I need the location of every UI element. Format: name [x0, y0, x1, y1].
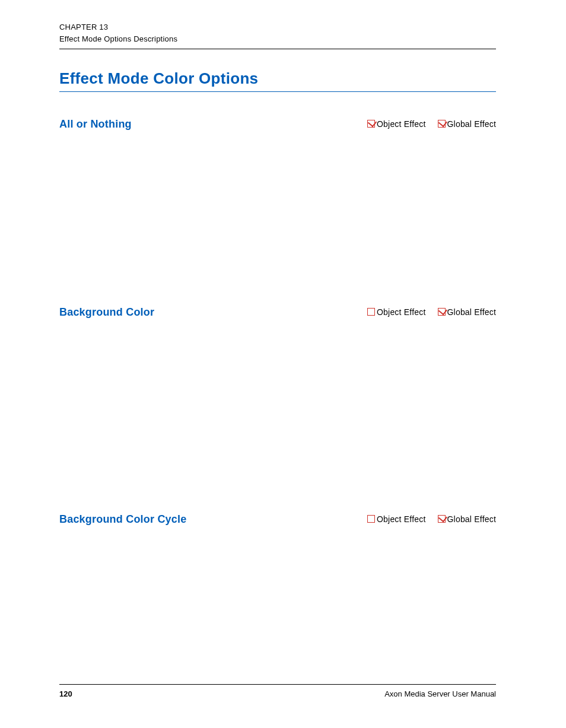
- spacer: [59, 131, 496, 282]
- effect-flags: Object Effect Global Effect: [367, 119, 496, 129]
- spacer: [59, 319, 496, 489]
- checkbox-icon: [438, 308, 446, 316]
- flag-label: Global Effect: [447, 307, 497, 317]
- checkbox-icon: [367, 515, 375, 523]
- flag-label: Object Effect: [377, 119, 426, 129]
- page-number: 120: [59, 689, 72, 698]
- section-title-underline: [59, 91, 496, 92]
- flag-label: Object Effect: [377, 307, 426, 317]
- subsection-background-color: Background Color Object Effect Global Ef…: [59, 306, 496, 319]
- subsection-title: Background Color: [59, 306, 154, 319]
- flag-label: Object Effect: [377, 514, 426, 524]
- checkbox-icon: [438, 120, 446, 128]
- page-footer: 120 Axon Media Server User Manual: [59, 684, 496, 698]
- subsection-all-or-nothing: All or Nothing Object Effect Global Effe…: [59, 118, 496, 131]
- running-head: CHAPTER 13 Effect Mode Options Descripti…: [59, 21, 496, 45]
- flag-label: Global Effect: [447, 119, 497, 129]
- chapter-line: CHAPTER 13: [59, 21, 496, 33]
- global-effect-flag: Global Effect: [438, 514, 497, 524]
- footer-rule: [59, 684, 496, 685]
- checkbox-icon: [367, 308, 375, 316]
- subsection-title: Background Color Cycle: [59, 513, 186, 526]
- checkbox-icon: [367, 120, 375, 128]
- subsection-background-color-cycle: Background Color Cycle Object Effect Glo…: [59, 513, 496, 526]
- object-effect-flag: Object Effect: [367, 119, 426, 129]
- effect-flags: Object Effect Global Effect: [367, 514, 496, 524]
- page-body: CHAPTER 13 Effect Mode Options Descripti…: [59, 21, 496, 698]
- effect-flags: Object Effect Global Effect: [367, 307, 496, 317]
- flag-label: Global Effect: [447, 514, 497, 524]
- object-effect-flag: Object Effect: [367, 307, 426, 317]
- section-title: Effect Mode Color Options: [59, 69, 496, 88]
- checkbox-icon: [438, 515, 446, 523]
- chapter-subtitle: Effect Mode Options Descriptions: [59, 33, 496, 45]
- manual-name: Axon Media Server User Manual: [384, 689, 496, 698]
- object-effect-flag: Object Effect: [367, 514, 426, 524]
- global-effect-flag: Global Effect: [438, 307, 497, 317]
- subsection-title: All or Nothing: [59, 118, 132, 131]
- footer-row: 120 Axon Media Server User Manual: [59, 689, 496, 698]
- global-effect-flag: Global Effect: [438, 119, 497, 129]
- header-rule: [59, 49, 496, 49]
